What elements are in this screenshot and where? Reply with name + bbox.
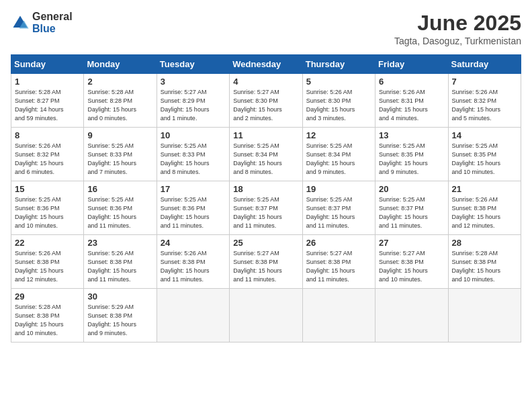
day-number: 9 (87, 130, 152, 140)
calendar-cell (157, 289, 229, 342)
calendar-cell: 26Sunrise: 5:27 AM Sunset: 8:38 PM Dayli… (302, 235, 375, 289)
calendar-cell: 16Sunrise: 5:25 AM Sunset: 8:36 PM Dayli… (84, 181, 157, 235)
calendar-cell: 7Sunrise: 5:26 AM Sunset: 8:32 PM Daylig… (448, 74, 521, 128)
day-info: Sunrise: 5:29 AM Sunset: 8:38 PM Dayligh… (87, 303, 152, 338)
calendar-cell (448, 289, 521, 342)
calendar-cell: 22Sunrise: 5:26 AM Sunset: 8:38 PM Dayli… (11, 235, 84, 289)
day-number: 25 (233, 238, 298, 248)
day-number: 7 (452, 77, 517, 87)
day-number: 11 (233, 130, 298, 140)
day-info: Sunrise: 5:26 AM Sunset: 8:32 PM Dayligh… (452, 88, 517, 123)
calendar-week-row: 1Sunrise: 5:28 AM Sunset: 8:27 PM Daylig… (11, 74, 521, 128)
calendar-cell: 23Sunrise: 5:26 AM Sunset: 8:38 PM Dayli… (84, 235, 157, 289)
day-number: 20 (379, 184, 444, 194)
day-info: Sunrise: 5:26 AM Sunset: 8:31 PM Dayligh… (379, 88, 444, 123)
day-number: 22 (15, 238, 80, 248)
calendar-cell: 2Sunrise: 5:28 AM Sunset: 8:28 PM Daylig… (84, 74, 157, 128)
day-number: 17 (161, 184, 226, 194)
day-number: 13 (379, 130, 444, 140)
day-info: Sunrise: 5:28 AM Sunset: 8:38 PM Dayligh… (452, 249, 517, 284)
calendar-week-row: 15Sunrise: 5:25 AM Sunset: 8:36 PM Dayli… (11, 181, 521, 235)
calendar-week-row: 29Sunrise: 5:28 AM Sunset: 8:38 PM Dayli… (11, 289, 521, 342)
day-number: 21 (452, 184, 517, 194)
calendar-cell (302, 289, 375, 342)
day-info: Sunrise: 5:26 AM Sunset: 8:30 PM Dayligh… (306, 88, 371, 123)
calendar-cell: 18Sunrise: 5:25 AM Sunset: 8:37 PM Dayli… (230, 181, 302, 235)
calendar-cell: 19Sunrise: 5:25 AM Sunset: 8:37 PM Dayli… (302, 181, 375, 235)
logo: General Blue (11, 11, 73, 34)
logo-general: General (32, 11, 73, 23)
day-number: 29 (15, 291, 80, 302)
calendar-header-row: SundayMondayTuesdayWednesdayThursdayFrid… (11, 55, 521, 74)
calendar-cell: 10Sunrise: 5:25 AM Sunset: 8:33 PM Dayli… (157, 128, 229, 181)
calendar-cell: 27Sunrise: 5:27 AM Sunset: 8:38 PM Dayli… (375, 235, 448, 289)
day-number: 8 (15, 130, 80, 140)
day-info: Sunrise: 5:25 AM Sunset: 8:35 PM Dayligh… (379, 142, 444, 177)
day-info: Sunrise: 5:26 AM Sunset: 8:38 PM Dayligh… (87, 249, 152, 284)
calendar-cell (230, 289, 302, 342)
day-info: Sunrise: 5:25 AM Sunset: 8:37 PM Dayligh… (306, 195, 371, 230)
calendar-cell: 28Sunrise: 5:28 AM Sunset: 8:38 PM Dayli… (448, 235, 521, 289)
location-title: Tagta, Dasoguz, Turkmenistan (394, 36, 521, 46)
logo-icon (11, 13, 30, 32)
logo-text: General Blue (32, 11, 73, 34)
calendar-cell: 17Sunrise: 5:25 AM Sunset: 8:36 PM Dayli… (157, 181, 229, 235)
calendar-cell: 14Sunrise: 5:25 AM Sunset: 8:35 PM Dayli… (448, 128, 521, 181)
logo-blue: Blue (32, 23, 73, 35)
day-info: Sunrise: 5:27 AM Sunset: 8:38 PM Dayligh… (379, 249, 444, 284)
day-number: 28 (452, 238, 517, 248)
day-number: 6 (379, 77, 444, 87)
day-of-week-header: Wednesday (230, 55, 302, 74)
day-info: Sunrise: 5:26 AM Sunset: 8:38 PM Dayligh… (161, 249, 226, 284)
day-info: Sunrise: 5:28 AM Sunset: 8:27 PM Dayligh… (15, 88, 80, 123)
calendar-week-row: 8Sunrise: 5:26 AM Sunset: 8:32 PM Daylig… (11, 128, 521, 181)
day-info: Sunrise: 5:28 AM Sunset: 8:38 PM Dayligh… (15, 303, 80, 338)
day-of-week-header: Friday (375, 55, 448, 74)
day-info: Sunrise: 5:25 AM Sunset: 8:33 PM Dayligh… (87, 142, 152, 177)
title-area: June 2025 Tagta, Dasoguz, Turkmenistan (394, 11, 521, 46)
day-info: Sunrise: 5:25 AM Sunset: 8:34 PM Dayligh… (233, 142, 298, 177)
day-number: 27 (379, 238, 444, 248)
day-info: Sunrise: 5:27 AM Sunset: 8:30 PM Dayligh… (233, 88, 298, 123)
day-number: 19 (306, 184, 371, 194)
calendar-cell: 24Sunrise: 5:26 AM Sunset: 8:38 PM Dayli… (157, 235, 229, 289)
calendar-cell: 21Sunrise: 5:26 AM Sunset: 8:38 PM Dayli… (448, 181, 521, 235)
day-info: Sunrise: 5:25 AM Sunset: 8:37 PM Dayligh… (233, 195, 298, 230)
day-number: 4 (233, 77, 298, 87)
day-of-week-header: Saturday (448, 55, 521, 74)
calendar-cell: 8Sunrise: 5:26 AM Sunset: 8:32 PM Daylig… (11, 128, 84, 181)
day-of-week-header: Tuesday (157, 55, 229, 74)
day-info: Sunrise: 5:27 AM Sunset: 8:29 PM Dayligh… (161, 88, 226, 123)
day-info: Sunrise: 5:27 AM Sunset: 8:38 PM Dayligh… (306, 249, 371, 284)
calendar-cell: 3Sunrise: 5:27 AM Sunset: 8:29 PM Daylig… (157, 74, 229, 128)
day-info: Sunrise: 5:25 AM Sunset: 8:35 PM Dayligh… (452, 142, 517, 177)
day-number: 3 (161, 77, 226, 87)
day-info: Sunrise: 5:25 AM Sunset: 8:33 PM Dayligh… (161, 142, 226, 177)
calendar-cell: 13Sunrise: 5:25 AM Sunset: 8:35 PM Dayli… (375, 128, 448, 181)
day-info: Sunrise: 5:25 AM Sunset: 8:34 PM Dayligh… (306, 142, 371, 177)
day-info: Sunrise: 5:27 AM Sunset: 8:38 PM Dayligh… (233, 249, 298, 284)
calendar-cell: 20Sunrise: 5:25 AM Sunset: 8:37 PM Dayli… (375, 181, 448, 235)
calendar-cell: 6Sunrise: 5:26 AM Sunset: 8:31 PM Daylig… (375, 74, 448, 128)
calendar-cell: 9Sunrise: 5:25 AM Sunset: 8:33 PM Daylig… (84, 128, 157, 181)
day-number: 18 (233, 184, 298, 194)
day-number: 23 (87, 238, 152, 248)
day-number: 5 (306, 77, 371, 87)
day-number: 12 (306, 130, 371, 140)
calendar-cell: 29Sunrise: 5:28 AM Sunset: 8:38 PM Dayli… (11, 289, 84, 342)
day-of-week-header: Sunday (11, 55, 84, 74)
day-info: Sunrise: 5:25 AM Sunset: 8:37 PM Dayligh… (379, 195, 444, 230)
day-info: Sunrise: 5:28 AM Sunset: 8:28 PM Dayligh… (87, 88, 152, 123)
day-info: Sunrise: 5:26 AM Sunset: 8:38 PM Dayligh… (452, 195, 517, 230)
day-info: Sunrise: 5:25 AM Sunset: 8:36 PM Dayligh… (87, 195, 152, 230)
day-number: 10 (161, 130, 226, 140)
calendar-cell: 1Sunrise: 5:28 AM Sunset: 8:27 PM Daylig… (11, 74, 84, 128)
month-title: June 2025 (394, 11, 521, 36)
day-number: 24 (161, 238, 226, 248)
calendar-cell: 5Sunrise: 5:26 AM Sunset: 8:30 PM Daylig… (302, 74, 375, 128)
calendar-cell: 12Sunrise: 5:25 AM Sunset: 8:34 PM Dayli… (302, 128, 375, 181)
day-info: Sunrise: 5:26 AM Sunset: 8:32 PM Dayligh… (15, 142, 80, 177)
calendar-cell: 4Sunrise: 5:27 AM Sunset: 8:30 PM Daylig… (230, 74, 302, 128)
header: General Blue June 2025 Tagta, Dasoguz, T… (11, 11, 521, 46)
day-number: 26 (306, 238, 371, 248)
